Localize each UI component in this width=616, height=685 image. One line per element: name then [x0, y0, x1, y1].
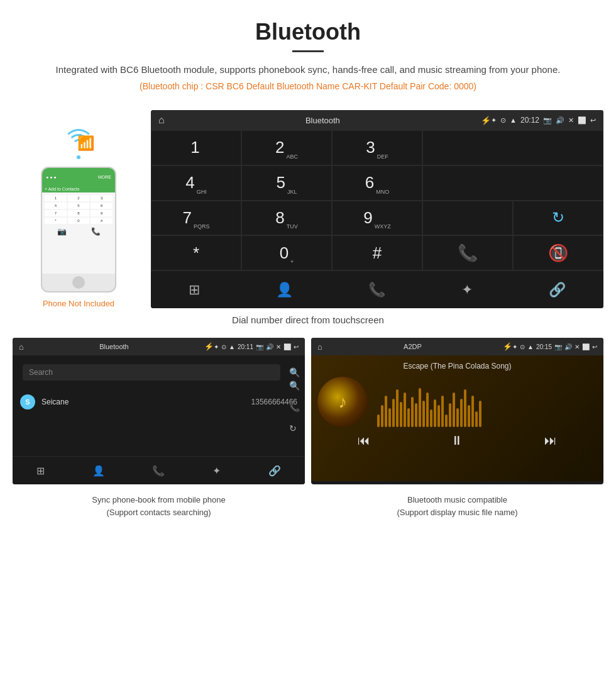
home-icon[interactable]: ⌂ [158, 114, 165, 126]
page-header: Bluetooth Integrated with BC6 Bluetooth … [0, 0, 616, 110]
key-1[interactable]: 1 [151, 130, 241, 165]
dp-5: 5 [68, 203, 90, 209]
location-icon: ⊙ [500, 116, 506, 125]
play-pause-icon[interactable]: ⏸ [451, 433, 463, 448]
music-disc: ♪ [317, 377, 368, 427]
music-note-icon: ♪ [338, 392, 347, 412]
call-icon: 📞 [91, 227, 101, 236]
refresh-side-icon[interactable]: ↻ [289, 423, 300, 433]
next-icon[interactable]: ⏭ [544, 433, 557, 448]
dp-star: * [45, 218, 67, 224]
pb-back-icon[interactable]: ↩ [294, 343, 299, 350]
wave-bar [437, 405, 440, 427]
android-main-screen: ⌂ Bluetooth ⚡ ✦ ⊙ ▲ 20:12 📷 🔊 ✕ ⬜ ↩ 1 2A… [151, 110, 603, 308]
contact-entry[interactable]: S Seicane 13566664466 [13, 389, 305, 415]
key-0[interactable]: 0+ [241, 235, 332, 270]
status-time: 20:12 [520, 116, 539, 125]
music-waveform [377, 377, 597, 427]
music-usb-icon: ⚡ [503, 342, 512, 351]
wave-bar [430, 409, 432, 427]
pb-loc-icon: ⊙ [221, 343, 226, 350]
bluetooth-nav-icon[interactable]: ✦ [461, 282, 473, 298]
key-6[interactable]: 6MNO [332, 165, 422, 201]
pb-phone-icon[interactable]: 📞 [152, 465, 165, 477]
phone-nav-icon[interactable]: 📞 [368, 282, 385, 298]
pb-grid-icon[interactable]: ⊞ [36, 465, 45, 477]
dp-2: 2 [68, 195, 90, 201]
mu-vol-icon: 🔊 [564, 343, 572, 350]
key-star[interactable]: * [151, 235, 241, 270]
music-controls: ⏮ ⏸ ⏭ [317, 433, 597, 448]
search-field[interactable]: Search [23, 364, 280, 381]
phone-side: 📶 ● ● ● MORE + Add to Contacts 123 456 7… [13, 110, 145, 308]
key-8[interactable]: 8TUV [241, 201, 332, 236]
main-content: 📶 ● ● ● MORE + Add to Contacts 123 456 7… [0, 110, 616, 308]
wave-bar [407, 408, 410, 427]
main-caption: Dial number direct from touchscreen [0, 315, 616, 325]
key-4[interactable]: 4GHI [151, 165, 241, 201]
dp-6: 6 [91, 203, 113, 209]
phone-top-label: ● ● ● [46, 175, 57, 179]
music-home-icon[interactable]: ⌂ [317, 342, 322, 352]
search-side-icon[interactable]: 🔍 [289, 381, 300, 391]
dialpad-grid: 1 2ABC 3DEF 4GHI 5JKL 6MNO 7PQRS 8TUV 9W… [151, 130, 603, 270]
key-3[interactable]: 3DEF [332, 130, 422, 165]
prev-icon[interactable]: ⏮ [358, 433, 370, 448]
wave-bar [468, 405, 470, 427]
volume-icon: 🔊 [556, 116, 564, 125]
dp-1: 1 [45, 195, 67, 201]
key-9[interactable]: 9WXYZ [332, 201, 422, 236]
person-icon[interactable]: 👤 [276, 282, 293, 298]
window-icon: ⬜ [578, 116, 586, 125]
wave-bar [422, 401, 425, 427]
phonebook-home-icon[interactable]: ⌂ [19, 342, 24, 352]
key-hash[interactable]: # [332, 235, 422, 270]
phonebook-caption-text: Sync phone-book from mobile phone(Suppor… [92, 495, 225, 517]
music-panel: ⌂ A2DP ⚡ ✦ ⊙ ▲ 20:15 📷 🔊 ✕ ⬜ ↩ Escape (T… [311, 338, 603, 484]
call-button[interactable]: 📞 [422, 235, 513, 270]
back-icon[interactable]: ↩ [590, 116, 596, 125]
add-to-contacts: + Add to Contacts [42, 186, 115, 192]
phone-bottom-icons: 📷 📞 [45, 227, 113, 236]
hangup-button[interactable]: 📵 [513, 235, 603, 270]
song-title: Escape (The Pina Colada Song) [403, 362, 511, 370]
bottom-panels: ⌂ Bluetooth ⚡ ✦ ⊙ ▲ 20:11 📷 🔊 ✕ ⬜ ↩ Sear… [0, 338, 616, 484]
wifi-dot [77, 155, 80, 159]
mu-x-icon: ✕ [575, 343, 580, 350]
pb-vol-icon: 🔊 [266, 343, 273, 350]
phone-dialpad: 123 456 789 *0# [45, 195, 113, 224]
dp-7: 7 [45, 210, 67, 216]
key-7[interactable]: 7PQRS [151, 201, 241, 236]
key-2[interactable]: 2ABC [241, 130, 332, 165]
wave-bar [456, 408, 459, 427]
wave-bar [385, 396, 387, 427]
mu-back-icon[interactable]: ↩ [592, 343, 597, 350]
wave-bar [415, 403, 417, 427]
search-placeholder: Search [29, 368, 53, 377]
pb-person-icon[interactable]: 👤 [92, 465, 105, 477]
empty-top-right [422, 130, 603, 165]
pb-link-icon[interactable]: 🔗 [268, 465, 281, 477]
pb-cam-icon: 📷 [256, 343, 263, 350]
call-side-icon[interactable]: 📞 [289, 402, 300, 412]
phonebook-title: Bluetooth [24, 343, 204, 350]
title-divider [292, 50, 324, 52]
dp-4: 4 [45, 203, 67, 209]
dp-0: 0 [68, 218, 90, 224]
pb-bt-nav-icon[interactable]: ✦ [212, 465, 221, 477]
music-status-bar: ⌂ A2DP ⚡ ✦ ⊙ ▲ 20:15 📷 🔊 ✕ ⬜ ↩ [311, 338, 603, 355]
phonebook-side-icons: 🔍 📞 ↻ [289, 381, 300, 433]
android-status-bar: ⌂ Bluetooth ⚡ ✦ ⊙ ▲ 20:12 📷 🔊 ✕ ⬜ ↩ [151, 110, 603, 130]
mu-cam-icon: 📷 [554, 343, 562, 350]
wave-bar [419, 388, 421, 427]
music-status-icons: ✦ ⊙ ▲ 20:15 📷 🔊 ✕ ⬜ ↩ [512, 343, 597, 350]
wave-bar [471, 396, 474, 427]
refresh-icon[interactable]: ↻ [513, 201, 603, 236]
link-icon[interactable]: 🔗 [549, 282, 566, 298]
key-5[interactable]: 5JKL [241, 165, 332, 201]
bluetooth-icon: 📶 [77, 135, 94, 152]
grid-icon[interactable]: ⊞ [189, 282, 200, 298]
search-icon[interactable]: 🔍 [289, 367, 300, 377]
contact-name: Seicane [41, 398, 245, 406]
empty-mid-right [422, 165, 603, 201]
